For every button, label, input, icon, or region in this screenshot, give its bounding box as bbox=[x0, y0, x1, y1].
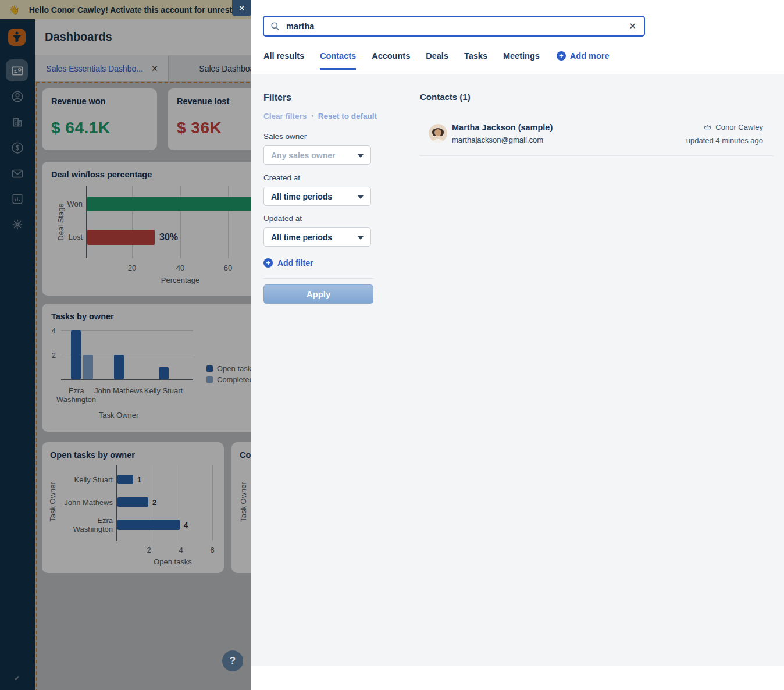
filter-links: Clear filters • Reset to default bbox=[263, 112, 377, 120]
dot-separator: • bbox=[311, 113, 313, 119]
add-filter-button[interactable]: + Add filter bbox=[263, 258, 313, 268]
created-at-label: Created at bbox=[263, 173, 300, 182]
search-results-body: Filters Clear filters • Reset to default… bbox=[251, 74, 784, 666]
updated-at-label: Updated at bbox=[263, 214, 302, 223]
search-icon bbox=[270, 22, 280, 31]
search-input[interactable] bbox=[286, 19, 612, 34]
contact-result-row[interactable]: Martha Jackson (sample) marthajackson@gm… bbox=[420, 118, 774, 155]
updated-at-select[interactable]: All time periods bbox=[263, 227, 371, 247]
plus-icon: + bbox=[263, 258, 273, 268]
avatar bbox=[429, 124, 447, 143]
contacts-results-header: Contacts (1) bbox=[420, 92, 471, 102]
add-filter-label: Add filter bbox=[277, 258, 313, 268]
app-screen: 👋 Hello Conor Cawley! Activate this acco… bbox=[0, 0, 784, 690]
contact-updated: updated 4 minutes ago bbox=[686, 136, 763, 145]
contact-name[interactable]: Martha Jackson (sample) bbox=[452, 123, 553, 132]
tab-contacts[interactable]: Contacts bbox=[320, 51, 356, 70]
apply-button[interactable]: Apply bbox=[263, 284, 373, 304]
sales-owner-value: Any sales owner bbox=[271, 151, 336, 160]
tab-accounts[interactable]: Accounts bbox=[372, 51, 410, 68]
crown-icon bbox=[703, 123, 712, 131]
contact-owner-name: Conor Cawley bbox=[715, 123, 763, 131]
contact-owner: Conor Cawley bbox=[703, 123, 763, 131]
chevron-down-icon bbox=[358, 154, 364, 158]
sales-owner-select[interactable]: Any sales owner bbox=[263, 145, 371, 165]
filter-divider bbox=[263, 278, 373, 279]
tab-tasks[interactable]: Tasks bbox=[464, 51, 487, 68]
search-overlay-panel: ✕ All results Contacts Accounts Deals Ta… bbox=[251, 0, 784, 690]
result-divider bbox=[420, 155, 774, 156]
created-at-select[interactable]: All time periods bbox=[263, 187, 371, 206]
add-more-button[interactable]: + Add more bbox=[557, 51, 610, 61]
global-search-box[interactable]: ✕ bbox=[263, 16, 645, 37]
search-result-tabs: All results Contacts Accounts Deals Task… bbox=[263, 51, 610, 70]
updated-at-value: All time periods bbox=[271, 233, 332, 242]
chevron-down-icon bbox=[358, 236, 364, 240]
clear-search-icon[interactable]: ✕ bbox=[629, 21, 636, 31]
filters-heading: Filters bbox=[263, 93, 291, 103]
add-more-label: Add more bbox=[570, 51, 610, 61]
plus-icon: + bbox=[557, 51, 566, 61]
tab-all-results[interactable]: All results bbox=[263, 51, 304, 68]
overlay-close-button[interactable]: ✕ bbox=[232, 0, 251, 16]
sales-owner-label: Sales owner bbox=[263, 132, 307, 141]
created-at-value: All time periods bbox=[271, 192, 332, 201]
clear-filters-link[interactable]: Clear filters bbox=[263, 112, 307, 120]
tab-deals[interactable]: Deals bbox=[426, 51, 448, 68]
chevron-down-icon bbox=[358, 195, 364, 199]
contact-email: marthajackson@gmail.com bbox=[452, 136, 543, 144]
help-button[interactable]: ? bbox=[222, 650, 243, 671]
tab-meetings[interactable]: Meetings bbox=[503, 51, 540, 68]
reset-to-default-link[interactable]: Reset to default bbox=[318, 112, 377, 120]
